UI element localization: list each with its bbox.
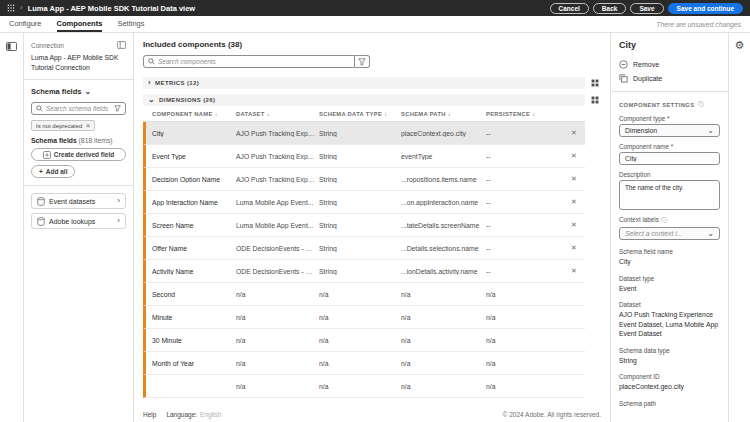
- left-rail: [0, 33, 24, 422]
- metrics-grid-icon[interactable]: [589, 78, 601, 89]
- cell-schema-data-type: String: [319, 199, 401, 206]
- cell-persistence: --: [486, 199, 495, 206]
- table-row[interactable]: Second n/a n/a n/a n/a: [143, 283, 585, 306]
- table-row[interactable]: Offer Name ODE DecisionEvents - m... Str…: [143, 237, 585, 260]
- duplicate-icon: [619, 74, 628, 83]
- remove-row-icon[interactable]: ✕: [568, 129, 580, 137]
- schema-search-input[interactable]: [46, 105, 111, 112]
- unsaved-changes-note: There are unsaved changes: [656, 21, 741, 28]
- cell-component-name: Month of Year: [152, 360, 236, 367]
- cell-schema-path: ...on.appInteraction.name: [401, 199, 486, 206]
- plus-icon: +: [39, 168, 43, 175]
- tab-settings[interactable]: Settings: [117, 16, 144, 32]
- column-header-persistence[interactable]: Persistence↓: [486, 111, 585, 117]
- tab-components[interactable]: Components: [57, 16, 103, 32]
- schema-field-name-value: City: [619, 257, 720, 267]
- cell-dataset: n/a: [236, 314, 319, 321]
- cancel-button[interactable]: Cancel: [550, 3, 589, 14]
- cell-component-name: Activity Name: [152, 268, 236, 275]
- cell-component-name: Event Type: [152, 153, 236, 160]
- remove-row-icon[interactable]: ✕: [568, 267, 580, 275]
- schema-fields-picker[interactable]: Schema fields ⌄: [31, 87, 126, 96]
- component-type-select[interactable]: Dimension ⌄: [619, 124, 720, 137]
- component-id-value: placeContext.geo.city: [619, 382, 720, 392]
- save-button[interactable]: Save: [630, 3, 663, 14]
- cell-schema-path: n/a: [401, 337, 486, 344]
- cell-schema-data-type: String: [319, 176, 401, 183]
- dimensions-section-header[interactable]: ⌄ Dimensions (26): [143, 94, 585, 106]
- content: Connection Luma App - AEP Mobile SDK Tut…: [0, 33, 750, 422]
- table-row[interactable]: n/a n/a n/a n/a: [143, 375, 585, 398]
- cell-persistence: --: [486, 222, 495, 229]
- language-selector[interactable]: Language: English: [166, 411, 221, 418]
- left-panel-toggle-icon[interactable]: [6, 42, 17, 51]
- schema-field-name-label: Schema field name: [619, 248, 720, 255]
- create-derived-field-button[interactable]: Create derived field: [31, 148, 126, 161]
- components-toolbar: [143, 55, 601, 68]
- table-row[interactable]: Activity Name ODE DecisionEvents - m... …: [143, 260, 585, 283]
- cell-schema-data-type: String: [319, 153, 401, 160]
- cell-component-name: 30 Minute: [152, 337, 236, 344]
- divider: [611, 91, 728, 92]
- dataset-label: Dataset: [619, 301, 720, 308]
- cell-schema-data-type: String: [319, 268, 401, 275]
- app-switcher-icon[interactable]: [7, 4, 15, 12]
- collapse-panel-icon[interactable]: [117, 41, 126, 49]
- table-row[interactable]: City AJO Push Tracking Expe... String pl…: [143, 122, 585, 145]
- cell-schema-path: n/a: [401, 314, 486, 321]
- components-filter-button[interactable]: [355, 55, 370, 68]
- dataset-list: Event datasets › Adobe lookups ›: [31, 193, 126, 229]
- component-name-input[interactable]: [619, 152, 720, 165]
- remove-row-icon[interactable]: ✕: [568, 244, 580, 252]
- remove-row-icon[interactable]: ✕: [568, 175, 580, 183]
- cell-component-name: Second: [152, 291, 236, 298]
- back-button[interactable]: Back: [593, 3, 627, 14]
- cell-schema-data-type: n/a: [319, 383, 401, 390]
- help-link[interactable]: Help: [143, 411, 156, 418]
- save-and-continue-button[interactable]: Save and continue: [668, 3, 743, 14]
- add-all-button[interactable]: + Add all: [31, 165, 75, 178]
- duplicate-component-action[interactable]: Duplicate: [619, 71, 720, 85]
- settings-gear-icon[interactable]: ⚙: [735, 40, 745, 51]
- table-row[interactable]: Event Type AJO Push Tracking Expe... Str…: [143, 145, 585, 168]
- remove-row-icon[interactable]: ✕: [568, 198, 580, 206]
- remove-component-action[interactable]: Remove: [619, 57, 720, 71]
- dataset-type-value: Event: [619, 284, 720, 294]
- table-row[interactable]: Decision Option Name AJO Push Tracking E…: [143, 168, 585, 191]
- table-row[interactable]: Screen Name Luma Mobile App Event... Str…: [143, 214, 585, 237]
- cell-dataset: AJO Push Tracking Expe...: [236, 153, 319, 160]
- column-header-dataset[interactable]: Dataset↓: [236, 111, 319, 117]
- chip-close-icon[interactable]: ✕: [85, 122, 90, 129]
- cell-schema-path: placeContext.geo.city: [401, 130, 486, 137]
- sidebar-item-event-datasets[interactable]: Event datasets ›: [31, 193, 126, 209]
- cell-component-name: Screen Name: [152, 222, 236, 229]
- table-header: Component name↓ Dataset↓ Schema data typ…: [143, 106, 585, 122]
- table-row[interactable]: Month of Year n/a n/a n/a n/a: [143, 352, 585, 375]
- description-label: Description: [619, 171, 720, 178]
- cell-schema-data-type: String: [319, 222, 401, 229]
- column-header-component-name[interactable]: Component name↓: [152, 111, 236, 117]
- table-row[interactable]: 30 Minute n/a n/a n/a n/a: [143, 329, 585, 352]
- column-header-schema-path[interactable]: Schema path↓: [401, 111, 486, 117]
- info-icon: ⓘ: [661, 217, 667, 223]
- filter-icon[interactable]: [114, 105, 121, 112]
- components-search-input[interactable]: [158, 58, 350, 65]
- table-row[interactable]: App Interaction Name Luma Mobile App Eve…: [143, 191, 585, 214]
- dimensions-grid-icon[interactable]: [589, 95, 601, 106]
- column-header-schema-data-type[interactable]: Schema data type↓: [319, 111, 401, 117]
- schema-data-type-value: String: [619, 356, 720, 366]
- cell-schema-path: ...ropositions.items.name: [401, 176, 486, 183]
- description-textarea[interactable]: The name of the city.: [619, 180, 720, 210]
- cell-schema-path: ...ionDetails.activity.name: [401, 268, 486, 275]
- cell-persistence: --: [486, 153, 495, 160]
- sidebar-item-adobe-lookups[interactable]: Adobe lookups ›: [31, 213, 126, 229]
- tab-configure[interactable]: Configure: [9, 16, 42, 32]
- filter-chip-not-deprecated[interactable]: Is not deprecated ✕: [31, 120, 95, 131]
- metrics-section-header[interactable]: › Metrics (12): [143, 77, 585, 89]
- remove-row-icon[interactable]: ✕: [568, 152, 580, 160]
- remove-row-icon[interactable]: ✕: [568, 221, 580, 229]
- context-labels-select[interactable]: Select a context l... ⌄: [619, 227, 720, 240]
- table-row[interactable]: Minute n/a n/a n/a n/a: [143, 306, 585, 329]
- cell-persistence: n/a: [486, 291, 499, 298]
- cell-schema-data-type: n/a: [319, 360, 401, 367]
